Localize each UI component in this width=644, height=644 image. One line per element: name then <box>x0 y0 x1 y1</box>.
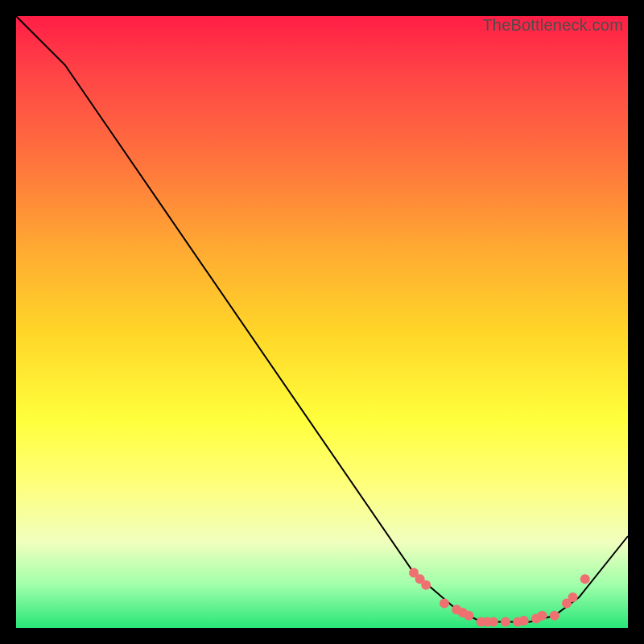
plot-area: TheBottleneck.com <box>16 16 628 628</box>
marker-dot <box>501 617 510 626</box>
marker-dot <box>538 611 547 621</box>
marker-dot <box>440 599 449 609</box>
marker-dot <box>550 611 559 621</box>
chart-svg <box>16 16 628 628</box>
marker-dot <box>580 574 590 584</box>
curve-path <box>16 16 628 621</box>
marker-dot <box>421 580 431 590</box>
chart-container: TheBottleneck.com <box>0 0 644 644</box>
marker-dot <box>489 617 498 626</box>
marker-dot <box>568 592 578 602</box>
marker-points <box>409 568 590 627</box>
bottleneck-curve <box>16 16 628 621</box>
marker-dot <box>519 616 529 625</box>
marker-dot <box>464 611 473 621</box>
